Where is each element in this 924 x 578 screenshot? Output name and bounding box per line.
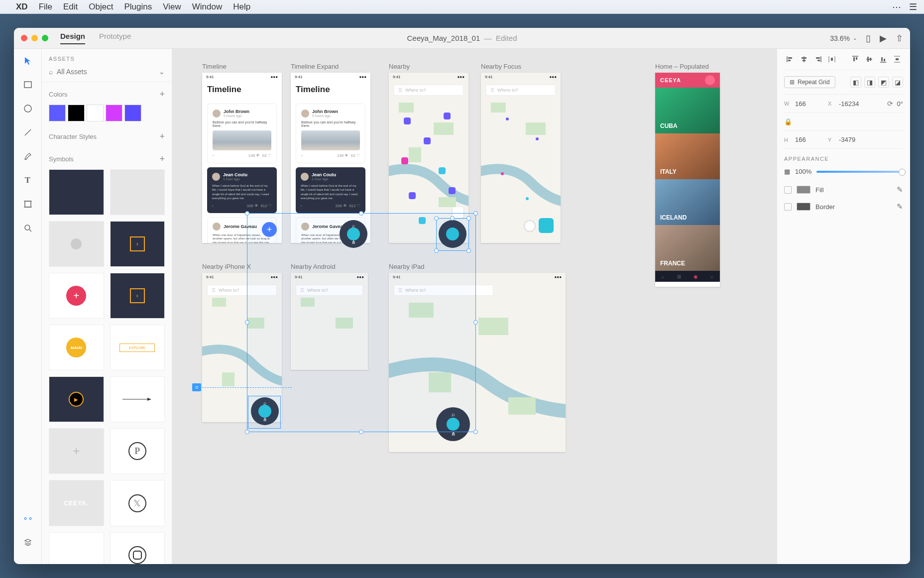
pen-tool[interactable] (21, 149, 35, 163)
play-preview-icon[interactable]: ▶ (880, 33, 887, 44)
symbol-item[interactable]: ‹ (110, 273, 165, 319)
device-preview-icon[interactable]: ▯ (866, 33, 871, 44)
add-charstyle-button[interactable]: + (159, 131, 165, 142)
resize-handle[interactable] (473, 430, 478, 434)
align-middle-icon[interactable] (863, 54, 875, 65)
line-tool[interactable] (21, 125, 35, 139)
align-bottom-icon[interactable] (877, 54, 889, 65)
menu-view[interactable]: View (163, 2, 181, 12)
symbol-item[interactable]: › (110, 221, 165, 267)
symbol-item[interactable]: ▶ (49, 376, 104, 422)
eyedropper-icon[interactable]: ✎ (897, 185, 903, 194)
add-symbol-button[interactable]: + (159, 154, 165, 164)
rotate-reset-icon[interactable]: ⟳ (887, 100, 893, 108)
swatch-2[interactable] (68, 105, 85, 121)
symbol-item[interactable]: + (49, 273, 104, 319)
symbol-item[interactable]: + (49, 428, 104, 474)
menu-file[interactable]: File (39, 2, 52, 12)
symbol-item[interactable]: AIAIAI (49, 325, 104, 370)
artboard-label[interactable]: Timeline (202, 63, 227, 70)
close-button[interactable] (21, 35, 27, 41)
rectangle-tool[interactable] (21, 78, 35, 92)
align-center-h-icon[interactable] (798, 54, 810, 65)
menu-window[interactable]: Window (192, 2, 222, 12)
artboard-label[interactable]: Home – Populated (655, 63, 709, 70)
eyedropper-icon[interactable]: ✎ (897, 202, 903, 211)
height-field[interactable]: 166 (795, 136, 824, 143)
layers-panel-icon[interactable] (21, 535, 35, 549)
artboard-home-populated[interactable]: CEEYA CUBA ITALY ICELAND FRANCE ⌂⊞◉⌕ (655, 73, 720, 287)
selection-box-inner[interactable] (436, 218, 469, 251)
align-left-icon[interactable] (784, 54, 796, 65)
resize-handle[interactable] (359, 211, 363, 216)
swatch-1[interactable] (49, 105, 66, 121)
artboard-label[interactable]: Timeline Expand (291, 63, 339, 70)
share-icon[interactable]: ⇧ (896, 33, 903, 44)
tab-design[interactable]: Design (60, 32, 85, 44)
symbol-item[interactable] (49, 169, 104, 215)
artboard-tool[interactable] (21, 197, 35, 211)
artboard-nearby-focus[interactable]: 9:41●●● ☰Where to? (481, 73, 561, 243)
symbol-item[interactable]: 𝕏 (110, 480, 165, 526)
align-right-icon[interactable] (812, 54, 824, 65)
artboard-label[interactable]: Nearby Focus (481, 63, 521, 70)
zoom-dropdown[interactable]: 33.6% ⌄ (830, 34, 857, 42)
canvas[interactable]: Timeline Timeline Expand Nearby Nearby F… (172, 49, 777, 564)
intersect-icon[interactable]: ◩ (878, 77, 889, 88)
y-field[interactable]: -3479 (839, 136, 868, 143)
tab-prototype[interactable]: Prototype (99, 32, 131, 44)
opacity-slider[interactable] (816, 171, 903, 173)
resize-handle[interactable] (450, 216, 455, 221)
resize-handle[interactable] (245, 211, 249, 216)
menu-help[interactable]: Help (233, 2, 250, 12)
fill-checkbox[interactable] (784, 186, 792, 194)
zoom-tool[interactable] (21, 221, 35, 235)
symbol-item[interactable]: P (110, 428, 165, 474)
assets-filter[interactable]: ⌕ All Assets ⌄ (42, 65, 172, 82)
symbol-item[interactable] (110, 376, 165, 422)
tray-more-icon[interactable]: ⋯ (892, 1, 901, 12)
repeat-grid-button[interactable]: ⊞Repeat Grid (784, 76, 835, 88)
align-top-icon[interactable] (849, 54, 861, 65)
symbol-item[interactable]: CEEYA. (49, 480, 104, 526)
subtract-icon[interactable]: ◨ (864, 77, 875, 88)
zoom-button[interactable] (42, 35, 48, 41)
swatch-5[interactable] (124, 105, 141, 121)
symbol-item[interactable]: EXPLORE (110, 325, 165, 370)
artboard-label[interactable]: Nearby (389, 63, 410, 70)
menu-object[interactable]: Object (89, 2, 113, 12)
resize-handle[interactable] (473, 320, 478, 325)
distribute-h-icon[interactable] (826, 54, 838, 65)
border-swatch[interactable] (797, 203, 810, 211)
swatch-4[interactable] (106, 105, 122, 121)
resize-handle[interactable] (359, 430, 363, 434)
ellipse-tool[interactable] (21, 102, 35, 116)
exclude-icon[interactable]: ◪ (892, 77, 903, 88)
opacity-value[interactable]: 100% (795, 168, 811, 175)
resize-handle[interactable] (473, 211, 478, 216)
select-tool[interactable] (21, 54, 35, 68)
symbol-item[interactable] (49, 221, 104, 267)
resize-handle[interactable] (245, 430, 249, 434)
app-menu[interactable]: XD (16, 2, 28, 12)
resize-handle[interactable] (466, 248, 471, 253)
menu-edit[interactable]: Edit (63, 2, 78, 12)
symbol-item[interactable] (110, 169, 165, 215)
minimize-button[interactable] (31, 35, 38, 41)
union-icon[interactable]: ◧ (850, 77, 861, 88)
fill-swatch[interactable] (797, 186, 810, 194)
menu-plugins[interactable]: Plugins (124, 2, 152, 12)
artboard-label[interactable]: Nearby iPhone X (202, 263, 251, 270)
text-tool[interactable]: T (21, 173, 35, 187)
resize-handle[interactable] (466, 216, 471, 221)
add-color-button[interactable]: + (159, 89, 165, 100)
width-field[interactable]: 166 (795, 100, 824, 108)
assets-panel-icon[interactable]: ∘∘ (21, 511, 35, 525)
resize-handle[interactable] (434, 248, 439, 253)
resize-handle[interactable] (434, 216, 439, 221)
symbol-item[interactable] (110, 532, 165, 564)
resize-handle[interactable] (245, 320, 249, 325)
symbol-item[interactable] (49, 532, 104, 564)
distribute-v-icon[interactable] (891, 54, 903, 65)
tray-list-icon[interactable]: ☰ (909, 1, 917, 12)
